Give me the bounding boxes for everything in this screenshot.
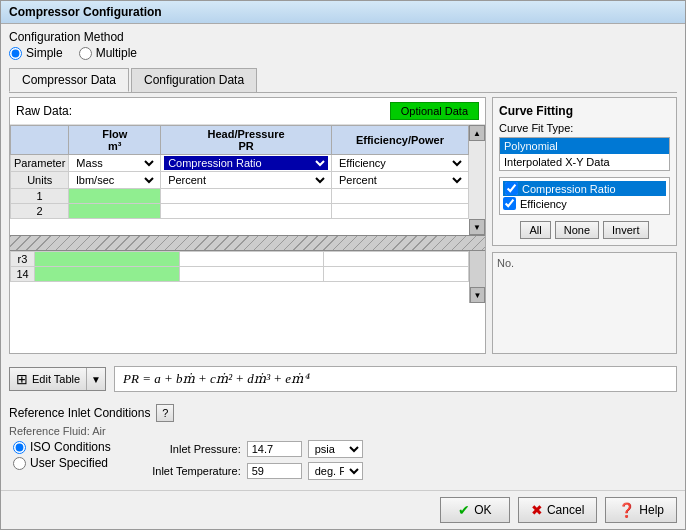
- row1-eff[interactable]: [331, 189, 468, 204]
- table-row: r3: [11, 252, 469, 267]
- row-units: Units lbm/sec Per: [11, 172, 469, 189]
- curve-type-interpolated[interactable]: Interpolated X-Y Data: [500, 154, 669, 170]
- units-head-select[interactable]: Percent: [164, 173, 328, 187]
- bottom-scrollbar[interactable]: ▼: [469, 251, 485, 303]
- checkboxes-container: Compression Ratio Efficiency: [499, 177, 670, 215]
- checkbox-compression-ratio[interactable]: Compression Ratio: [503, 181, 666, 196]
- edit-table-button[interactable]: ⊞ Edit Table ▼: [9, 367, 106, 391]
- param-flow-cell: Mass: [69, 155, 161, 172]
- optional-data-button[interactable]: Optional Data: [390, 102, 479, 120]
- row-r3-head[interactable]: [179, 252, 324, 267]
- curve-fitting-title: Curve Fitting: [499, 104, 670, 118]
- ok-icon: ✔: [458, 502, 470, 518]
- raw-data-label: Raw Data:: [16, 104, 72, 118]
- row1-head[interactable]: [161, 189, 332, 204]
- jagged-separator-top: [10, 235, 485, 251]
- bottom-table-inner: r3 14: [10, 251, 469, 303]
- col-header-num: [11, 126, 69, 155]
- all-button[interactable]: All: [520, 221, 550, 239]
- row-14-eff[interactable]: [324, 267, 469, 282]
- content-area: Configuration Method Simple Multiple Com…: [1, 24, 685, 490]
- param-eff-select[interactable]: Efficiency: [335, 156, 465, 170]
- radio-iso[interactable]: ISO Conditions: [13, 440, 111, 454]
- radio-multiple-input[interactable]: [79, 47, 92, 60]
- inlet-pressure-unit-select[interactable]: psia: [308, 440, 363, 458]
- data-table: Flowm³ Head/PressurePR Efficiency/Power …: [10, 125, 469, 219]
- config-method-section: Configuration Method Simple Multiple: [9, 30, 677, 64]
- checkbox-efficiency[interactable]: Efficiency: [503, 196, 666, 211]
- scroll-up-arrow[interactable]: ▲: [469, 125, 485, 141]
- radio-simple-input[interactable]: [9, 47, 22, 60]
- col-header-eff: Efficiency/Power: [331, 126, 468, 155]
- checkbox-efficiency-input[interactable]: [503, 197, 516, 210]
- checkbox-compression-ratio-input[interactable]: [505, 182, 518, 195]
- cancel-button[interactable]: ✖ Cancel: [518, 497, 597, 523]
- scroll-thumb[interactable]: [469, 141, 485, 219]
- radio-user-label: User Specified: [30, 456, 108, 470]
- edit-table-dropdown-arrow[interactable]: ▼: [87, 371, 105, 388]
- row-r3-flow[interactable]: [35, 252, 180, 267]
- top-table-inner: Flowm³ Head/PressurePR Efficiency/Power …: [10, 125, 469, 235]
- reference-help-button[interactable]: ?: [156, 404, 174, 422]
- formula-box: PR = a + bṁ + cṁ² + dṁ³ + eṁ⁴: [114, 366, 677, 392]
- param-row-label: Parameter: [11, 155, 69, 172]
- param-flow-select[interactable]: Mass: [72, 156, 157, 170]
- config-radio-group: Simple Multiple: [9, 46, 677, 60]
- inlet-temp-unit-select[interactable]: deg. F: [308, 462, 363, 480]
- invert-button[interactable]: Invert: [603, 221, 649, 239]
- main-area: Raw Data: Optional Data Flowm³: [9, 97, 677, 354]
- scroll-down-arrow-bottom[interactable]: ▼: [470, 287, 485, 303]
- col-header-flow: Flowm³: [69, 126, 161, 155]
- row2-flow[interactable]: [69, 204, 161, 219]
- units-eff-select[interactable]: Percent: [335, 173, 465, 187]
- top-table-wrapper: Flowm³ Head/PressurePR Efficiency/Power …: [10, 125, 485, 235]
- curve-type-list: Polynomial Interpolated X-Y Data: [499, 137, 670, 171]
- units-head-cell: Percent: [161, 172, 332, 189]
- param-head-select[interactable]: Compression Ratio: [164, 156, 328, 170]
- edit-table-main[interactable]: ⊞ Edit Table: [10, 368, 87, 390]
- curve-buttons: All None Invert: [499, 221, 670, 239]
- units-flow-select[interactable]: lbm/sec: [72, 173, 157, 187]
- cancel-label: Cancel: [547, 503, 584, 517]
- row-r3-eff[interactable]: [324, 252, 469, 267]
- table-row: 1: [11, 189, 469, 204]
- tab-compressor-data[interactable]: Compressor Data: [9, 68, 129, 92]
- row-num-14: 14: [11, 267, 35, 282]
- raw-data-bar: Raw Data: Optional Data: [10, 98, 485, 125]
- row-14-flow[interactable]: [35, 267, 180, 282]
- radio-simple[interactable]: Simple: [9, 46, 63, 60]
- radio-user-input[interactable]: [13, 457, 26, 470]
- tab-configuration-data[interactable]: Configuration Data: [131, 68, 257, 92]
- bottom-table-wrapper: r3 14: [10, 251, 485, 303]
- edit-bar: ⊞ Edit Table ▼ PR = a + bṁ + cṁ² + dṁ³ +…: [9, 362, 677, 396]
- help-icon: ❓: [618, 502, 635, 518]
- right-bottom-placeholder: No.: [492, 252, 677, 354]
- table-scrollbar[interactable]: ▲ ▼: [469, 125, 485, 235]
- scroll-down-arrow[interactable]: ▼: [469, 219, 485, 235]
- inlet-conditions: Inlet Pressure: psia Inlet Temperature: …: [131, 440, 363, 480]
- row-num-1: 1: [11, 189, 69, 204]
- ref-inlet-label: Reference Inlet Conditions: [9, 406, 150, 420]
- inlet-pressure-input[interactable]: [247, 441, 302, 457]
- window-title: Compressor Configuration: [9, 5, 162, 19]
- ok-button[interactable]: ✔ OK: [440, 497, 510, 523]
- reference-section: Reference Inlet Conditions ? Reference F…: [9, 400, 677, 484]
- inlet-temp-input[interactable]: [247, 463, 302, 479]
- row2-eff[interactable]: [331, 204, 468, 219]
- radio-multiple[interactable]: Multiple: [79, 46, 137, 60]
- units-eff-cell: Percent: [331, 172, 468, 189]
- row2-head[interactable]: [161, 204, 332, 219]
- param-eff-cell: Efficiency: [331, 155, 468, 172]
- row1-flow[interactable]: [69, 189, 161, 204]
- help-button[interactable]: ❓ Help: [605, 497, 677, 523]
- none-button[interactable]: None: [555, 221, 599, 239]
- radio-simple-label: Simple: [26, 46, 63, 60]
- col-header-head: Head/PressurePR: [161, 126, 332, 155]
- right-panel: Curve Fitting Curve Fit Type: Polynomial…: [492, 97, 677, 354]
- radio-user-specified[interactable]: User Specified: [13, 456, 111, 470]
- row-num-2: 2: [11, 204, 69, 219]
- radio-multiple-label: Multiple: [96, 46, 137, 60]
- radio-iso-input[interactable]: [13, 441, 26, 454]
- curve-type-polynomial[interactable]: Polynomial: [500, 138, 669, 154]
- row-14-head[interactable]: [179, 267, 324, 282]
